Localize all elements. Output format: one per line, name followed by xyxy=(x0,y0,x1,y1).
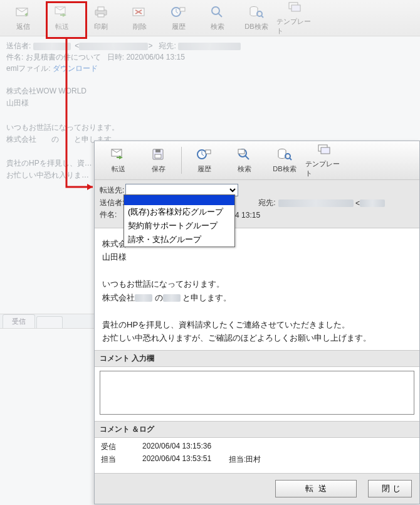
search-label: 検索 xyxy=(211,22,224,31)
history-icon xyxy=(196,147,213,162)
svg-rect-4 xyxy=(98,14,104,17)
template-icon xyxy=(317,142,333,157)
dlg-forward-button[interactable]: 転送 xyxy=(98,143,139,178)
dropdown-option[interactable]: 請求・支払グループ xyxy=(124,233,234,247)
db-search-button-main[interactable]: DB検索 xyxy=(237,1,276,35)
dlg-db-search-button[interactable]: DB検索 xyxy=(265,143,305,178)
dlg-save-label: 保存 xyxy=(152,164,165,174)
dest-label: 転送先: xyxy=(100,185,124,196)
message-header: 送信者: <> 宛先: 件名: お見積書の件について 日時: 2020/06/0… xyxy=(0,36,420,77)
comment-textarea[interactable] xyxy=(100,371,414,415)
log-assign-label: 担当 xyxy=(101,454,125,465)
dlg-template-label: テンプレート xyxy=(305,159,344,178)
dlg-history-button[interactable]: 履歴 xyxy=(184,143,224,178)
body-line: 山田様 xyxy=(6,97,414,109)
tab-other[interactable] xyxy=(36,316,63,328)
comment-log-header: コメント ＆ログ xyxy=(95,421,419,438)
log-recv-label: 受信 xyxy=(101,442,125,452)
subject-label-dlg: 件名: xyxy=(100,210,117,220)
assignee-label: 担当: xyxy=(229,455,246,464)
body-line: お忙しい中恐れ入りますが、ご確認のほどよろしくお願い申し上げます。 xyxy=(102,331,412,344)
comment-input-header: コメント 入力欄 xyxy=(95,350,419,367)
save-icon xyxy=(150,147,167,162)
search-icon xyxy=(209,5,226,20)
dlg-save-button[interactable]: 保存 xyxy=(139,143,179,178)
forward-label: 転送 xyxy=(55,22,69,31)
dialog-button-bar: 転送 閉じ xyxy=(95,473,419,504)
svg-rect-16 xyxy=(155,154,161,158)
dlg-history-label: 履歴 xyxy=(197,164,211,174)
forward-submit-button[interactable]: 転送 xyxy=(275,480,357,497)
dropdown-option[interactable]: 契約前サポートグループ xyxy=(124,219,234,233)
body-line: 山田様 xyxy=(102,250,412,263)
template-button-main[interactable]: テンプレート xyxy=(276,1,315,35)
svg-rect-3 xyxy=(98,7,104,11)
svg-rect-18 xyxy=(206,150,211,154)
print-label: 印刷 xyxy=(94,22,108,31)
sender-label-dlg: 送信者: xyxy=(100,198,124,208)
svg-rect-12 xyxy=(291,5,300,11)
dlg-search-label: 検索 xyxy=(238,164,251,174)
body-line: いつもお世話になっております。 xyxy=(6,122,414,134)
svg-rect-15 xyxy=(155,149,160,152)
forward-icon xyxy=(110,147,127,162)
dropdown-option[interactable]: (既存)お客様対応グループ xyxy=(124,205,234,219)
search-icon xyxy=(236,147,253,162)
history-button-main[interactable]: 履歴 xyxy=(159,1,198,35)
main-toolbar: 返信 転送 印刷 削除 履歴 xyxy=(0,0,420,36)
history-label: 履歴 xyxy=(172,22,186,31)
dialog-toolbar: 転送 保存 履歴 検索 DB検索 xyxy=(95,141,419,180)
log-area: 受信 2020/06/04 13:15:36 担当 2020/06/04 13:… xyxy=(95,438,419,473)
forward-button-main[interactable]: 転送 xyxy=(43,1,81,35)
dlg-db-search-label: DB検索 xyxy=(273,164,296,174)
reply-icon xyxy=(15,5,31,20)
body-line: いつもお世話になっております。 xyxy=(102,277,412,290)
svg-rect-24 xyxy=(321,147,330,154)
to-label-dlg: 宛先: xyxy=(258,198,275,208)
sender-label: 送信者: xyxy=(6,41,31,50)
close-button[interactable]: 閉じ xyxy=(368,480,412,497)
eml-label: emlファイル: xyxy=(6,64,51,73)
toolbar-separator xyxy=(181,147,182,174)
to-value-blur xyxy=(278,199,354,207)
svg-rect-20 xyxy=(238,149,244,154)
template-label: テンプレート xyxy=(276,17,314,36)
date-label: 日時: xyxy=(107,53,124,61)
eml-download-link[interactable]: ダウンロード xyxy=(53,64,98,73)
history-icon xyxy=(171,5,187,20)
dlg-search-button[interactable]: 検索 xyxy=(224,143,265,178)
body-line: 株式会社 の と申します。 xyxy=(102,291,412,304)
dlg-template-button[interactable]: テンプレート xyxy=(305,143,345,178)
print-icon xyxy=(93,5,109,20)
reply-button[interactable]: 返信 xyxy=(4,1,43,35)
db-search-label: DB検索 xyxy=(244,22,268,31)
dlg-forward-label: 転送 xyxy=(112,164,125,174)
body-line: 株式会社WOW WORLD xyxy=(6,85,414,97)
delete-icon xyxy=(132,5,148,20)
destination-dropdown[interactable]: (既存)お客様対応グループ 契約前サポートグループ 請求・支払グループ xyxy=(123,194,235,247)
reply-label: 返信 xyxy=(16,22,30,31)
body-line: 貴社のHPを拝見し、資料請求したくご連絡させていただきました。 xyxy=(102,318,412,331)
svg-rect-7 xyxy=(180,8,185,11)
dropdown-option-blank[interactable] xyxy=(124,195,234,205)
subject-value: お見積書の件について xyxy=(26,53,101,61)
search-button-main[interactable]: 検索 xyxy=(198,1,237,35)
log-recv-time: 2020/06/04 13:15:36 xyxy=(142,442,211,452)
tab-receive[interactable]: 受信 xyxy=(3,314,35,328)
forward-icon xyxy=(54,5,70,20)
assignee-name: 田村 xyxy=(246,455,261,464)
db-search-icon xyxy=(276,147,293,162)
delete-button[interactable]: 削除 xyxy=(120,1,159,35)
log-assign-time: 2020/06/04 13:53:51 xyxy=(142,454,211,465)
db-search-icon xyxy=(248,5,265,20)
print-button[interactable]: 印刷 xyxy=(81,1,120,35)
to-label: 宛先: xyxy=(159,41,176,50)
subject-label: 件名: xyxy=(6,53,23,61)
template-icon xyxy=(287,0,303,15)
delete-label: 削除 xyxy=(133,22,147,31)
date-value: 2020/06/04 13:15 xyxy=(126,53,184,61)
